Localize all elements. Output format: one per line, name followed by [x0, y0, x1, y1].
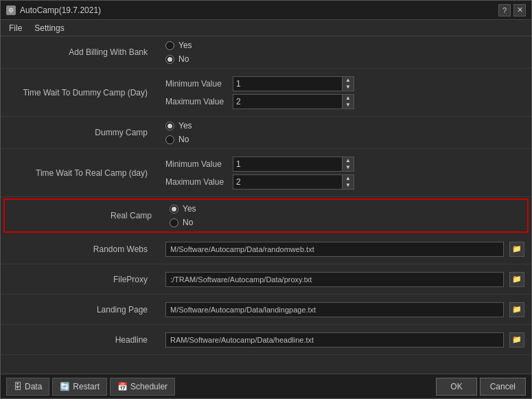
max-input-dummy[interactable] [233, 94, 343, 109]
label-random-webs: Random Webs [1, 239, 159, 260]
content-headline: RAM/Software/Autocamp/Data/headline.txt … [159, 328, 531, 352]
radio-label-yes-add-billing: Yes [178, 41, 192, 50]
max-spinner-dummy: ▲ ▼ [233, 94, 354, 109]
scheduler-button[interactable]: 📅 Scheduler [110, 378, 175, 396]
min-spinner-dummy: ▲ ▼ [233, 76, 354, 91]
radio-circle-yes-add-billing [165, 41, 174, 50]
label-headline: Headline [1, 330, 159, 350]
label-add-billing: Add Billing With Bank [1, 42, 159, 62]
content-landing-page: M/Software/Autocamp/Data/landingpage.txt… [159, 298, 531, 321]
row-landing-page: Landing Page M/Software/Autocamp/Data/la… [1, 295, 531, 325]
row-add-billing: Add Billing With Bank Yes No [1, 36, 531, 69]
label-time-dummy: Time Wait To Dummy Camp (Day) [1, 82, 159, 103]
min-input-dummy[interactable] [233, 76, 343, 91]
file-path-proxy: :/TRAM/Software/Autocamp/Data/proxy.txt [165, 272, 504, 287]
main-window: ⚙ AutoCamp(19.7.2021) ? ✕ File Settings … [0, 0, 532, 399]
help-button[interactable]: ? [498, 4, 511, 16]
scroll-area[interactable]: Add Billing With Bank Yes No [1, 36, 531, 374]
max-label-dummy: Maximum Value [165, 97, 227, 106]
row-dummy-camp: Dummy Camp Yes No [1, 117, 531, 149]
content-add-billing: Yes No [159, 36, 531, 68]
radio-label-no-real: No [183, 218, 193, 227]
max-up-real[interactable]: ▲ [343, 175, 354, 182]
title-bar-left: ⚙ AutoCamp(19.7.2021) [6, 5, 101, 15]
data-label: Data [25, 382, 42, 391]
content-dummy-camp: Yes No [159, 117, 531, 148]
menu-settings[interactable]: Settings [29, 22, 69, 34]
label-time-real: Time Wait To Real Camp (day) [1, 163, 159, 183]
radio-label-no-add-billing: No [178, 54, 189, 64]
radio-circle-no-dummy [165, 135, 174, 144]
radio-label-yes-dummy: Yes [178, 121, 192, 130]
radio-circle-no-real [170, 218, 178, 227]
file-browse-landing[interactable]: 📁 [509, 302, 524, 317]
min-arrows-real: ▲ ▼ [343, 157, 354, 172]
min-label-real: Minimum Value [165, 159, 227, 169]
radio-yes-real[interactable]: Yes [170, 204, 520, 214]
scheduler-label: Scheduler [130, 382, 167, 391]
radio-no-real[interactable]: No [170, 218, 520, 227]
label-real-camp: Real Camp [5, 205, 163, 226]
row-random-webs: Random Webs M/Software/Autocamp/Data/ran… [1, 234, 531, 264]
max-input-real[interactable] [233, 174, 343, 190]
scheduler-icon: 📅 [117, 382, 128, 391]
max-down-dummy[interactable]: ▼ [343, 102, 354, 109]
menu-bar: File Settings [1, 20, 531, 36]
min-arrows-dummy: ▲ ▼ [343, 76, 354, 91]
max-down-real[interactable]: ▼ [343, 182, 354, 189]
radio-group-add-billing: Yes No [165, 41, 524, 64]
min-down-dummy[interactable]: ▼ [343, 84, 354, 91]
window-title: AutoCamp(19.7.2021) [20, 5, 101, 15]
row-file-proxy: FileProxy :/TRAM/Software/Autocamp/Data/… [1, 264, 531, 295]
close-button[interactable]: ✕ [513, 4, 526, 16]
min-input-real[interactable] [233, 157, 343, 172]
radio-circle-no-add-billing [165, 55, 174, 64]
label-landing-page: Landing Page [1, 299, 159, 320]
title-bar-right: ? ✕ [498, 4, 526, 16]
data-icon: 🗄 [14, 382, 22, 391]
content-area: Add Billing With Bank Yes No [1, 36, 531, 374]
max-label-real: Maximum Value [165, 177, 227, 187]
radio-yes-add-billing[interactable]: Yes [165, 41, 524, 50]
content-random-webs: M/Software/Autocamp/Data/randomweb.txt 📁 [159, 238, 531, 261]
radio-circle-yes-real [170, 205, 178, 214]
max-spinner-group-dummy: Maximum Value ▲ ▼ [165, 94, 524, 109]
cancel-button[interactable]: Cancel [480, 378, 526, 396]
row-time-real: Time Wait To Real Camp (day) Minimum Val… [1, 149, 531, 197]
min-spinner-real: ▲ ▼ [233, 157, 354, 172]
radio-group-real-camp: Yes No [170, 204, 520, 227]
file-path-landing: M/Software/Autocamp/Data/landingpage.txt [165, 302, 504, 317]
max-spinner-real: ▲ ▼ [233, 174, 354, 190]
label-dummy-camp: Dummy Camp [1, 122, 159, 143]
min-label-dummy: Minimum Value [165, 79, 227, 89]
min-spinner-group-real: Minimum Value ▲ ▼ [165, 157, 524, 172]
restart-button[interactable]: 🔄 Restart [52, 378, 107, 396]
content-time-dummy: Minimum Value ▲ ▼ Maximum Value [159, 72, 531, 113]
row-headline: Headline RAM/Software/Autocamp/Data/head… [1, 325, 531, 355]
restart-icon: 🔄 [60, 382, 70, 391]
radio-no-dummy[interactable]: No [165, 135, 524, 144]
ok-button[interactable]: OK [436, 378, 476, 396]
bottom-bar: 🗄 Data 🔄 Restart 📅 Scheduler OK Cancel [1, 374, 531, 398]
radio-label-yes-real: Yes [183, 204, 196, 214]
min-spinner-group-dummy: Minimum Value ▲ ▼ [165, 76, 524, 91]
max-up-dummy[interactable]: ▲ [343, 95, 354, 102]
file-browse-proxy[interactable]: 📁 [509, 272, 524, 287]
min-down-real[interactable]: ▼ [343, 164, 354, 171]
content-time-real: Minimum Value ▲ ▼ Maximum Value [159, 152, 531, 194]
radio-yes-dummy[interactable]: Yes [165, 121, 524, 130]
menu-file[interactable]: File [3, 22, 27, 34]
restart-label: Restart [73, 382, 100, 391]
app-icon: ⚙ [6, 5, 16, 15]
label-file-proxy: FileProxy [1, 269, 159, 290]
title-bar: ⚙ AutoCamp(19.7.2021) ? ✕ [1, 1, 531, 20]
data-button[interactable]: 🗄 Data [6, 378, 49, 396]
radio-no-add-billing[interactable]: No [165, 54, 524, 64]
content-real-camp: Yes No [163, 200, 527, 231]
file-browse-random-webs[interactable]: 📁 [509, 242, 524, 257]
radio-group-dummy-camp: Yes No [165, 121, 524, 144]
content-file-proxy: :/TRAM/Software/Autocamp/Data/proxy.txt … [159, 268, 531, 291]
min-up-real[interactable]: ▲ [343, 157, 354, 164]
file-browse-headline[interactable]: 📁 [509, 332, 524, 347]
min-up-dummy[interactable]: ▲ [343, 77, 354, 84]
